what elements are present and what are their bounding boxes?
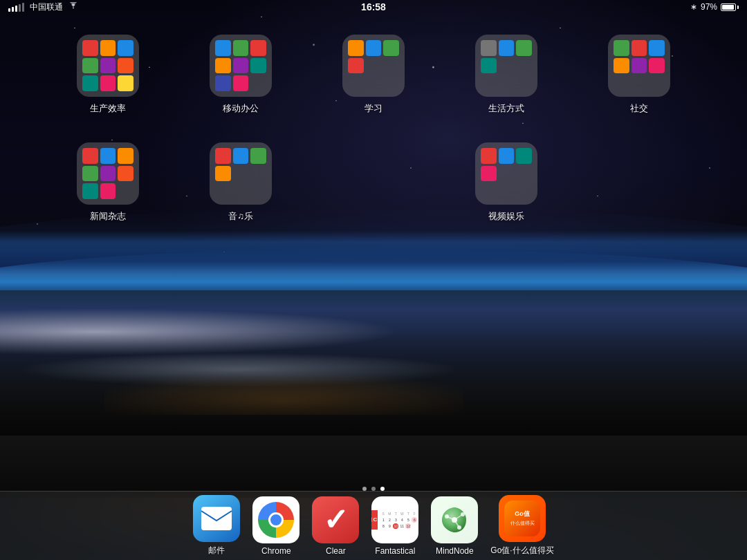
dock-item-fantastical[interactable]: DEC S M T W T F S 1 2 3 4 5 6 7 [371,496,418,556]
folder-icon-video [475,142,537,205]
mini-app [481,166,497,182]
mini-app [250,40,266,56]
mini-app [82,148,98,164]
mini-app [614,58,629,74]
folder-study[interactable]: 学习 [307,35,440,115]
folder-productivity[interactable]: 生产效率 [42,35,174,115]
mini-app [118,58,133,74]
mini-app [250,58,266,74]
mini-app [499,40,515,56]
dock-label-clear: Clear [326,546,346,556]
mini-app [481,58,497,74]
mini-app [82,58,98,74]
status-left: 中国联通 [8,1,78,13]
folder-label-study: 学习 [365,102,382,115]
dock-item-mail[interactable]: 邮件 [193,495,240,557]
mini-app [516,148,532,164]
mini-app [631,58,647,74]
mini-app [82,75,98,91]
mini-app [100,75,116,91]
mini-app [118,148,133,164]
mini-app [233,58,249,74]
mindnode-leaf-svg [439,504,470,536]
mini-app [614,40,629,56]
dock-icon-fantastical: DEC S M T W T F S 1 2 3 4 5 6 7 [371,496,418,543]
mini-app [481,148,497,164]
folder-label-life: 生活方式 [488,102,524,115]
mini-app [82,166,98,182]
mini-app [100,58,116,74]
status-time: 16:58 [361,1,386,12]
dock-icon-mail [193,495,240,542]
mini-app [366,40,382,56]
mini-app [215,75,231,91]
battery-icon [721,3,739,11]
dock-icon-mindnode [431,496,478,543]
mini-app [215,166,231,182]
dock-icon-clear: ✓ [312,496,359,543]
mini-app [499,148,515,164]
folder-icon-social [608,35,670,97]
mini-app [82,183,98,199]
mini-app [348,40,364,56]
carrier-name: 中国联通 [30,1,63,13]
mini-app [631,40,647,56]
folder-label-office: 移动办公 [223,102,259,115]
mini-app [250,148,266,164]
status-right: ∗ 97% [690,2,739,12]
folder-icon-life [475,35,537,97]
folder-label-music: 音♫乐 [228,210,253,223]
bluetooth-icon: ∗ [690,2,697,12]
folder-icon-productivity [77,35,139,97]
fantastical-grid: S M T W T F S 1 2 3 4 5 6 7 8 9 10 [379,510,418,530]
mini-app [118,75,133,91]
folder-label-social: 社交 [630,102,648,115]
dock-label-mindnode: MindNode [436,546,474,556]
folder-music[interactable]: 音♫乐 [174,142,307,223]
mini-app [233,75,249,91]
dock-item-clear[interactable]: ✓ Clear [312,496,359,556]
chrome-inner [268,512,284,528]
svg-text:什么值得买: 什么值得买 [510,521,535,525]
dock-item-mindnode[interactable]: MindNode [431,496,478,556]
dock: 邮件 Chrome ✓ Clear DEC S M T W [0,491,747,560]
folder-social[interactable]: 社交 [573,35,706,115]
mini-app [348,58,364,74]
dock-label-smzdm: Go值·什么值得买 [490,545,553,557]
mini-app [649,58,665,74]
fantastical-month: DEC [371,510,378,530]
status-bar: 中国联通 16:58 ∗ 97% [0,0,747,14]
dock-item-smzdm[interactable]: Go值 什么值得买 Go值·什么值得买 [490,495,553,557]
mini-app [82,40,98,56]
mini-app [100,40,116,56]
svg-rect-8 [504,501,540,536]
mini-app [118,40,133,56]
folder-icon-office [210,35,272,97]
folder-icon-music [210,142,272,205]
dock-icon-chrome [252,496,299,543]
mini-app [100,166,116,182]
mini-app [233,148,249,164]
folder-office[interactable]: 移动办公 [174,35,307,115]
mini-app [100,148,116,164]
clear-checkmark: ✓ [323,505,349,535]
battery-percent: 97% [701,2,717,12]
folder-news[interactable]: 新闻杂志 [42,142,174,223]
svg-rect-0 [201,507,232,530]
mini-app [100,183,116,199]
folder-icon-news [77,142,139,205]
app-grid: 生产效率 移动办公 学习 生活方 [0,21,747,236]
folder-icon-study [342,35,405,97]
mini-app [215,148,231,164]
dock-label-fantastical: Fantastical [375,546,415,556]
mini-app [383,40,399,56]
mini-app [233,40,249,56]
folder-label-productivity: 生产效率 [90,102,126,115]
mini-app [481,40,497,56]
folder-label-video: 视频娱乐 [488,210,524,223]
dock-item-chrome[interactable]: Chrome [252,496,299,556]
wifi-icon [68,2,78,12]
folder-life[interactable]: 生活方式 [440,35,573,115]
folder-video[interactable]: 视频娱乐 [440,142,573,223]
mini-app [649,40,665,56]
